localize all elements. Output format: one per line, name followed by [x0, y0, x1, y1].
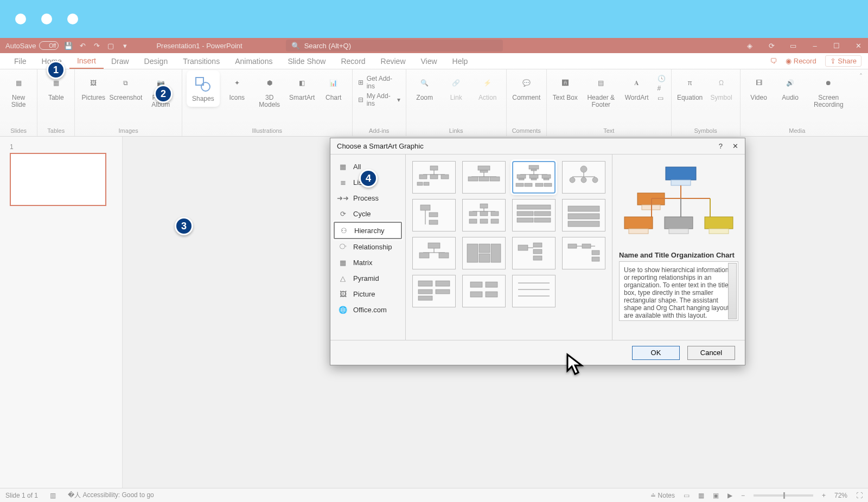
screenshot-button[interactable]: ⧉Screenshot: [112, 72, 139, 101]
tab-help[interactable]: Help: [445, 53, 476, 69]
zoom-in-icon[interactable]: +: [822, 492, 826, 499]
sync-icon[interactable]: ⟳: [767, 41, 776, 50]
cat-hierarchy[interactable]: ⚇Hierarchy: [334, 222, 402, 239]
cat-relationship[interactable]: ⧂Relationship: [334, 239, 402, 255]
status-lang-icon[interactable]: ▥: [50, 492, 56, 499]
layout-8[interactable]: [562, 199, 605, 231]
layout-13[interactable]: [412, 275, 456, 307]
undo-icon[interactable]: ↶: [78, 41, 87, 50]
tab-review[interactable]: Review: [373, 53, 413, 69]
tab-insert[interactable]: Insert: [69, 53, 104, 69]
view-reading-icon[interactable]: ▣: [713, 492, 719, 499]
pictures-button[interactable]: 🖼Pictures: [80, 72, 106, 101]
audio-button[interactable]: 🔊Audio: [777, 72, 803, 101]
autosave-toggle[interactable]: AutoSave Off: [5, 41, 59, 50]
view-normal-icon[interactable]: ▭: [684, 492, 690, 499]
svg-rect-9: [424, 182, 429, 185]
layout-6[interactable]: [462, 199, 506, 231]
smartart-button[interactable]: ◧SmartArt: [289, 72, 315, 101]
tab-file[interactable]: File: [7, 53, 34, 69]
from-beginning-icon[interactable]: ▢: [106, 41, 115, 50]
layout-4[interactable]: [562, 161, 605, 194]
icons-button[interactable]: ✦Icons: [224, 72, 250, 101]
header-footer-button[interactable]: ▤Header & Footer: [584, 72, 618, 108]
ribbon-tabs: File Home Insert Draw Design Transitions…: [0, 53, 868, 69]
screen-recording-button[interactable]: ⏺Screen Recording: [809, 72, 848, 108]
object-icon[interactable]: ▭: [658, 94, 663, 102]
ok-button[interactable]: OK: [632, 346, 680, 360]
shapes-button[interactable]: Shapes: [188, 72, 219, 106]
status-accessibility[interactable]: �人 Accessibility: Good to go: [68, 491, 154, 500]
slide-number-icon[interactable]: #: [658, 85, 661, 92]
new-slide-button[interactable]: ▦New Slide: [5, 72, 31, 108]
save-icon[interactable]: 💾: [64, 41, 73, 50]
traffic-zoom[interactable]: [67, 14, 78, 24]
date-time-icon[interactable]: 🕓: [658, 75, 666, 82]
slide-thumbnail-1[interactable]: [10, 153, 106, 206]
equation-button[interactable]: πEquation: [677, 72, 703, 101]
cat-pyramid[interactable]: △Pyramid: [334, 271, 402, 286]
chart-button[interactable]: 📊Chart: [321, 72, 347, 101]
traffic-close[interactable]: [15, 14, 26, 24]
slide-canvas[interactable]: Choose a SmartArt Graphic ? ✕ ▦All ≣List…: [123, 137, 868, 488]
video-button[interactable]: 🎞Video: [746, 72, 772, 101]
zoom-value[interactable]: 72%: [834, 492, 847, 499]
view-sorter-icon[interactable]: ▦: [698, 492, 704, 499]
layout-1[interactable]: [412, 161, 456, 194]
qat-more-icon[interactable]: ▾: [120, 41, 129, 50]
tab-record[interactable]: Record: [333, 53, 373, 69]
cat-matrix[interactable]: ▦Matrix: [334, 255, 402, 271]
cat-office[interactable]: 🌐Office.com: [334, 302, 402, 318]
comments-pane-icon[interactable]: 🗨: [770, 57, 777, 65]
svg-rect-79: [418, 289, 432, 294]
my-addins-button[interactable]: ⊟ My Add-ins ▾: [358, 92, 400, 107]
minimize-icon[interactable]: –: [810, 41, 819, 50]
layout-3-selected[interactable]: [512, 161, 556, 194]
slide-thumbnail-pane[interactable]: 1: [0, 137, 123, 488]
cancel-button[interactable]: Cancel: [687, 346, 735, 360]
zoom-button[interactable]: 🔍Zoom: [412, 72, 438, 101]
layout-12[interactable]: [562, 237, 605, 269]
view-slideshow-icon[interactable]: ▶: [727, 492, 732, 499]
search-box[interactable]: 🔍 Search (Alt+Q): [286, 40, 503, 52]
3d-models-button[interactable]: ⬢3D Models: [256, 72, 284, 108]
dialog-help-icon[interactable]: ?: [719, 142, 723, 150]
collapse-ribbon-icon[interactable]: ˄: [854, 69, 868, 136]
get-addins-button[interactable]: ⊞ Get Add-ins: [358, 75, 400, 90]
diamond-icon[interactable]: ◈: [745, 41, 754, 50]
svg-rect-6: [430, 175, 438, 179]
layout-5[interactable]: [412, 199, 456, 231]
layout-11[interactable]: [512, 237, 556, 269]
window-layout-icon[interactable]: ▭: [789, 41, 797, 50]
tab-animations[interactable]: Animations: [227, 53, 280, 69]
zoom-out-icon[interactable]: −: [741, 492, 745, 499]
tab-transitions[interactable]: Transitions: [175, 53, 227, 69]
fit-to-window-icon[interactable]: ⛶: [856, 492, 863, 499]
close-icon[interactable]: ✕: [854, 41, 863, 50]
notes-button[interactable]: ≐ Notes: [650, 492, 675, 499]
layout-2[interactable]: [462, 161, 506, 194]
text-box-button[interactable]: 🅰Text Box: [552, 72, 578, 101]
cat-cycle[interactable]: ⟳Cycle: [334, 206, 402, 222]
redo-icon[interactable]: ↷: [92, 41, 101, 50]
layout-10[interactable]: [462, 237, 506, 269]
comment-button[interactable]: 💬Comment: [512, 72, 540, 101]
cat-process[interactable]: ➜➜Process: [334, 190, 402, 206]
tab-draw[interactable]: Draw: [104, 53, 137, 69]
layout-15[interactable]: [512, 275, 556, 307]
traffic-minimize[interactable]: [41, 14, 52, 24]
zoom-slider[interactable]: [754, 494, 813, 497]
record-button[interactable]: ◉ Record: [786, 57, 816, 65]
dialog-close-icon[interactable]: ✕: [732, 142, 738, 150]
tab-view[interactable]: View: [413, 53, 445, 69]
wordart-button[interactable]: 𝐀WordArt: [624, 72, 650, 101]
maximize-icon[interactable]: ☐: [832, 41, 841, 50]
share-button[interactable]: ⇪ Share: [825, 55, 861, 67]
tab-slideshow[interactable]: Slide Show: [280, 53, 333, 69]
svg-rect-83: [470, 282, 482, 287]
layout-14[interactable]: [462, 275, 506, 307]
tab-design[interactable]: Design: [137, 53, 176, 69]
layout-7[interactable]: [512, 199, 556, 231]
cat-picture[interactable]: 🖼Picture: [334, 286, 402, 302]
layout-9[interactable]: [412, 237, 456, 269]
